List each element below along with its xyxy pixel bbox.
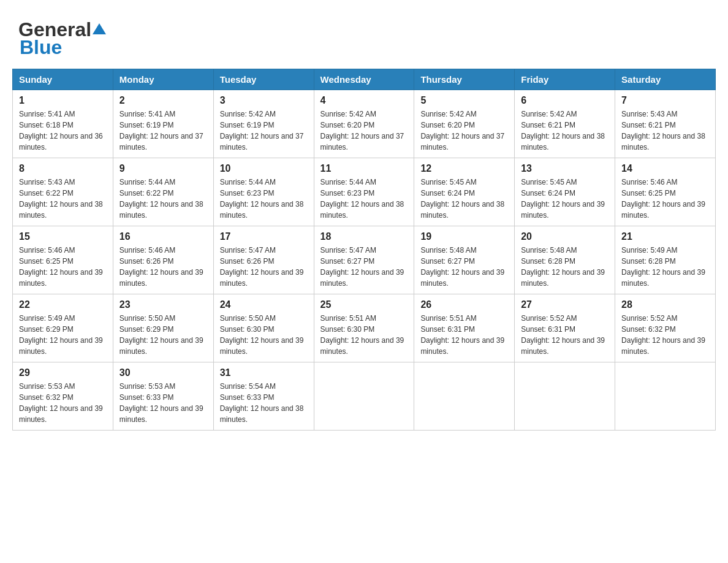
day-cell: 7Sunrise: 5:43 AMSunset: 6:21 PMDaylight… [615,90,716,158]
day-info: Sunrise: 5:42 AMSunset: 6:20 PMDaylight:… [420,109,508,153]
day-number: 4 [320,95,408,106]
day-cell: 18Sunrise: 5:47 AMSunset: 6:27 PMDayligh… [314,226,414,294]
header: General Blue [12,12,716,59]
day-info: Sunrise: 5:41 AMSunset: 6:18 PMDaylight:… [19,109,107,153]
day-info: Sunrise: 5:49 AMSunset: 6:29 PMDaylight:… [19,313,107,357]
day-cell: 24Sunrise: 5:50 AMSunset: 6:30 PMDayligh… [213,294,314,362]
day-info: Sunrise: 5:41 AMSunset: 6:19 PMDaylight:… [119,109,207,153]
day-number: 12 [420,163,508,174]
day-cell: 23Sunrise: 5:50 AMSunset: 6:29 PMDayligh… [113,294,213,362]
week-row-4: 22Sunrise: 5:49 AMSunset: 6:29 PMDayligh… [13,294,716,362]
day-cell: 6Sunrise: 5:42 AMSunset: 6:21 PMDaylight… [515,90,615,158]
day-number: 2 [119,95,207,106]
svg-marker-0 [93,23,106,34]
day-number: 10 [220,163,308,174]
day-info: Sunrise: 5:47 AMSunset: 6:26 PMDaylight:… [220,245,308,289]
day-info: Sunrise: 5:50 AMSunset: 6:30 PMDaylight:… [220,313,308,357]
col-header-thursday: Thursday [414,69,515,90]
day-cell [515,362,615,431]
logo: General Blue [18,18,106,59]
day-number: 9 [119,163,207,174]
day-cell: 25Sunrise: 5:51 AMSunset: 6:30 PMDayligh… [314,294,414,362]
day-info: Sunrise: 5:44 AMSunset: 6:23 PMDaylight:… [220,177,308,221]
day-number: 27 [521,299,609,310]
day-cell: 2Sunrise: 5:41 AMSunset: 6:19 PMDaylight… [113,90,213,158]
day-cell: 29Sunrise: 5:53 AMSunset: 6:32 PMDayligh… [13,362,113,431]
col-header-friday: Friday [515,69,615,90]
day-info: Sunrise: 5:51 AMSunset: 6:30 PMDaylight:… [320,313,408,357]
day-number: 21 [621,231,709,242]
day-number: 29 [19,367,107,378]
day-info: Sunrise: 5:47 AMSunset: 6:27 PMDaylight:… [320,245,408,289]
day-cell: 31Sunrise: 5:54 AMSunset: 6:33 PMDayligh… [213,362,314,431]
day-cell: 21Sunrise: 5:49 AMSunset: 6:28 PMDayligh… [615,226,716,294]
week-row-3: 15Sunrise: 5:46 AMSunset: 6:25 PMDayligh… [13,226,716,294]
day-cell: 11Sunrise: 5:44 AMSunset: 6:23 PMDayligh… [314,158,414,226]
day-info: Sunrise: 5:52 AMSunset: 6:31 PMDaylight:… [521,313,609,357]
day-cell: 19Sunrise: 5:48 AMSunset: 6:27 PMDayligh… [414,226,515,294]
day-number: 28 [621,299,709,310]
logo-blue: Blue [20,36,62,59]
day-number: 5 [420,95,508,106]
day-info: Sunrise: 5:54 AMSunset: 6:33 PMDaylight:… [220,381,308,425]
day-cell: 30Sunrise: 5:53 AMSunset: 6:33 PMDayligh… [113,362,213,431]
day-number: 20 [521,231,609,242]
day-cell: 13Sunrise: 5:45 AMSunset: 6:24 PMDayligh… [515,158,615,226]
col-header-saturday: Saturday [615,69,716,90]
day-info: Sunrise: 5:53 AMSunset: 6:32 PMDaylight:… [19,381,107,425]
day-number: 15 [19,231,107,242]
day-number: 23 [119,299,207,310]
day-cell: 9Sunrise: 5:44 AMSunset: 6:22 PMDaylight… [113,158,213,226]
day-info: Sunrise: 5:50 AMSunset: 6:29 PMDaylight:… [119,313,207,357]
day-info: Sunrise: 5:44 AMSunset: 6:22 PMDaylight:… [119,177,207,221]
day-cell: 4Sunrise: 5:42 AMSunset: 6:20 PMDaylight… [314,90,414,158]
day-info: Sunrise: 5:45 AMSunset: 6:24 PMDaylight:… [420,177,508,221]
col-header-wednesday: Wednesday [314,69,414,90]
day-cell: 26Sunrise: 5:51 AMSunset: 6:31 PMDayligh… [414,294,515,362]
day-info: Sunrise: 5:49 AMSunset: 6:28 PMDaylight:… [621,245,709,289]
day-info: Sunrise: 5:42 AMSunset: 6:19 PMDaylight:… [220,109,308,153]
day-info: Sunrise: 5:43 AMSunset: 6:22 PMDaylight:… [19,177,107,221]
col-header-sunday: Sunday [13,69,113,90]
day-number: 14 [621,163,709,174]
day-info: Sunrise: 5:42 AMSunset: 6:21 PMDaylight:… [521,109,609,153]
day-cell: 28Sunrise: 5:52 AMSunset: 6:32 PMDayligh… [615,294,716,362]
day-info: Sunrise: 5:44 AMSunset: 6:23 PMDaylight:… [320,177,408,221]
day-number: 24 [220,299,308,310]
day-cell: 27Sunrise: 5:52 AMSunset: 6:31 PMDayligh… [515,294,615,362]
day-info: Sunrise: 5:43 AMSunset: 6:21 PMDaylight:… [621,109,709,153]
day-number: 17 [220,231,308,242]
day-number: 13 [521,163,609,174]
day-number: 3 [220,95,308,106]
header-row: SundayMondayTuesdayWednesdayThursdayFrid… [13,69,716,90]
day-number: 6 [521,95,609,106]
day-number: 11 [320,163,408,174]
day-cell: 22Sunrise: 5:49 AMSunset: 6:29 PMDayligh… [13,294,113,362]
day-number: 19 [420,231,508,242]
day-cell [615,362,716,431]
day-cell: 16Sunrise: 5:46 AMSunset: 6:26 PMDayligh… [113,226,213,294]
col-header-tuesday: Tuesday [213,69,314,90]
logo-icon [93,22,106,36]
day-info: Sunrise: 5:52 AMSunset: 6:32 PMDaylight:… [621,313,709,357]
day-number: 26 [420,299,508,310]
col-header-monday: Monday [113,69,213,90]
day-info: Sunrise: 5:48 AMSunset: 6:28 PMDaylight:… [521,245,609,289]
day-cell: 12Sunrise: 5:45 AMSunset: 6:24 PMDayligh… [414,158,515,226]
day-info: Sunrise: 5:46 AMSunset: 6:25 PMDaylight:… [621,177,709,221]
day-info: Sunrise: 5:46 AMSunset: 6:26 PMDaylight:… [119,245,207,289]
day-cell: 17Sunrise: 5:47 AMSunset: 6:26 PMDayligh… [213,226,314,294]
week-row-1: 1Sunrise: 5:41 AMSunset: 6:18 PMDaylight… [13,90,716,158]
day-number: 16 [119,231,207,242]
day-number: 7 [621,95,709,106]
calendar-table: SundayMondayTuesdayWednesdayThursdayFrid… [12,69,716,431]
day-cell: 10Sunrise: 5:44 AMSunset: 6:23 PMDayligh… [213,158,314,226]
day-number: 25 [320,299,408,310]
day-cell [414,362,515,431]
day-number: 8 [19,163,107,174]
day-number: 1 [19,95,107,106]
day-number: 31 [220,367,308,378]
day-number: 30 [119,367,207,378]
day-info: Sunrise: 5:51 AMSunset: 6:31 PMDaylight:… [420,313,508,357]
day-cell: 15Sunrise: 5:46 AMSunset: 6:25 PMDayligh… [13,226,113,294]
